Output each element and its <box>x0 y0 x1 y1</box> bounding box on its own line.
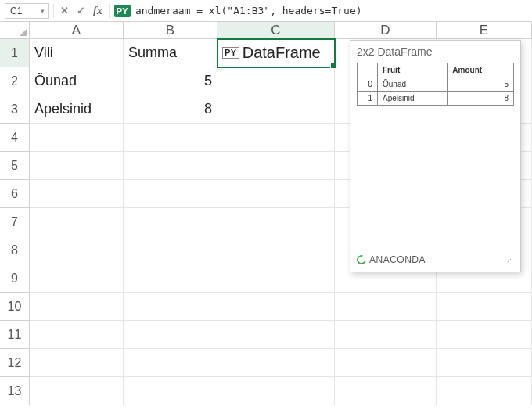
cell[interactable] <box>217 236 335 264</box>
resize-grip-icon[interactable]: ⋰ <box>507 256 515 264</box>
df-header-amount: Amount <box>448 63 514 77</box>
cell[interactable] <box>124 208 217 236</box>
cell[interactable] <box>217 349 335 377</box>
cell-reference: C1 <box>10 5 22 16</box>
select-all-corner[interactable] <box>0 22 30 38</box>
row-header[interactable]: 10 <box>0 293 30 321</box>
cell[interactable] <box>217 293 335 321</box>
cell[interactable] <box>30 152 124 180</box>
cell[interactable] <box>217 264 335 293</box>
cell[interactable] <box>124 377 217 405</box>
cell-b2[interactable]: 5 <box>124 67 217 95</box>
cell[interactable] <box>124 152 217 180</box>
row-header[interactable]: 6 <box>0 180 30 208</box>
cell[interactable] <box>217 208 335 236</box>
name-box[interactable]: C1 ▾ <box>5 3 49 19</box>
cell[interactable] <box>437 377 532 405</box>
cell[interactable] <box>437 293 532 321</box>
chevron-down-icon[interactable]: ▾ <box>41 7 45 15</box>
cell[interactable] <box>217 152 335 180</box>
fx-icon[interactable]: fx <box>92 5 104 17</box>
cell[interactable] <box>124 264 217 293</box>
cell[interactable] <box>335 321 437 349</box>
cancel-icon[interactable]: ✕ <box>59 5 70 16</box>
df-idx: 0 <box>358 77 378 92</box>
python-badge-icon: PY <box>114 5 131 17</box>
cell[interactable] <box>30 264 124 293</box>
cell[interactable] <box>217 321 335 349</box>
cell[interactable] <box>124 293 217 321</box>
cell-c3[interactable] <box>217 95 335 124</box>
cell[interactable] <box>30 124 124 152</box>
dataframe-preview-card: 2x2 DataFrame Fruit Amount 0 Õunad 5 1 A… <box>350 40 521 272</box>
row-header[interactable]: 5 <box>0 152 30 180</box>
row-header[interactable]: 4 <box>0 124 30 152</box>
df-header-index <box>358 63 378 77</box>
cell[interactable] <box>124 349 217 377</box>
cell[interactable] <box>30 321 124 349</box>
df-row: 0 Õunad 5 <box>358 77 514 92</box>
df-row: 1 Apelsinid 8 <box>358 92 514 106</box>
cell-c2[interactable] <box>217 67 335 95</box>
df-fruit: Apelsinid <box>378 92 448 106</box>
separator <box>109 4 110 18</box>
python-output-icon: PY <box>222 47 239 59</box>
cell-b3[interactable]: 8 <box>124 95 217 124</box>
row-header[interactable]: 11 <box>0 321 30 349</box>
cell[interactable] <box>217 377 335 405</box>
anaconda-icon <box>355 254 368 266</box>
card-footer: ANACONDA ⋰ <box>357 254 514 265</box>
cell-c1-value: DataFrame <box>243 44 321 62</box>
table-row: 10 <box>0 293 532 321</box>
cell[interactable] <box>124 321 217 349</box>
cell[interactable] <box>30 180 124 208</box>
dataframe-table: Fruit Amount 0 Õunad 5 1 Apelsinid 8 <box>357 63 514 106</box>
row-header[interactable]: 3 <box>0 95 30 124</box>
cell-c1[interactable]: PY DataFrame <box>217 39 335 67</box>
formula-bar: C1 ▾ ✕ ✓ fx PY andmeraam = xl("A1:B3", h… <box>0 0 532 22</box>
row-header[interactable]: 12 <box>0 349 30 377</box>
cell-b1[interactable]: Summa <box>124 39 217 67</box>
column-header-c[interactable]: C <box>217 22 335 38</box>
cell[interactable] <box>30 377 124 405</box>
cell[interactable] <box>124 180 217 208</box>
df-amount: 5 <box>448 77 514 92</box>
cell[interactable] <box>217 180 335 208</box>
cell-a1[interactable]: Vili <box>30 39 124 67</box>
cell-a3[interactable]: Apelsinid <box>30 95 124 124</box>
cell[interactable] <box>437 349 532 377</box>
grid: 1 Vili Summa PY DataFrame 2 Õunad 5 3 Ap… <box>0 39 532 405</box>
cell[interactable] <box>30 349 124 377</box>
cell[interactable] <box>30 293 124 321</box>
cell[interactable] <box>437 321 532 349</box>
cell[interactable] <box>124 124 217 152</box>
row-header[interactable]: 2 <box>0 67 30 95</box>
row-header[interactable]: 1 <box>0 39 30 67</box>
row-header[interactable]: 7 <box>0 208 30 236</box>
table-row: 12 <box>0 349 532 377</box>
row-header[interactable]: 9 <box>0 264 30 293</box>
cell-a2[interactable]: Õunad <box>30 67 124 95</box>
column-header-d[interactable]: D <box>335 22 437 38</box>
df-fruit: Õunad <box>378 77 448 92</box>
anaconda-label: ANACONDA <box>369 254 426 265</box>
row-header[interactable]: 13 <box>0 377 30 405</box>
df-idx: 1 <box>358 92 378 106</box>
cell[interactable] <box>335 349 437 377</box>
cell[interactable] <box>335 377 437 405</box>
df-amount: 8 <box>448 92 514 106</box>
column-header-e[interactable]: E <box>437 22 532 38</box>
cell[interactable] <box>30 236 124 264</box>
column-header-a[interactable]: A <box>30 22 124 38</box>
cell[interactable] <box>335 293 437 321</box>
formula-input[interactable]: andmeraam = xl("A1:B3", headers=True) <box>135 5 362 16</box>
anaconda-logo: ANACONDA <box>357 254 426 265</box>
df-header-fruit: Fruit <box>378 63 448 77</box>
cell[interactable] <box>217 124 335 152</box>
row-header[interactable]: 8 <box>0 236 30 264</box>
confirm-icon[interactable]: ✓ <box>75 5 87 16</box>
card-title: 2x2 DataFrame <box>357 45 514 58</box>
column-header-b[interactable]: B <box>124 22 217 38</box>
cell[interactable] <box>30 208 124 236</box>
cell[interactable] <box>124 236 217 264</box>
